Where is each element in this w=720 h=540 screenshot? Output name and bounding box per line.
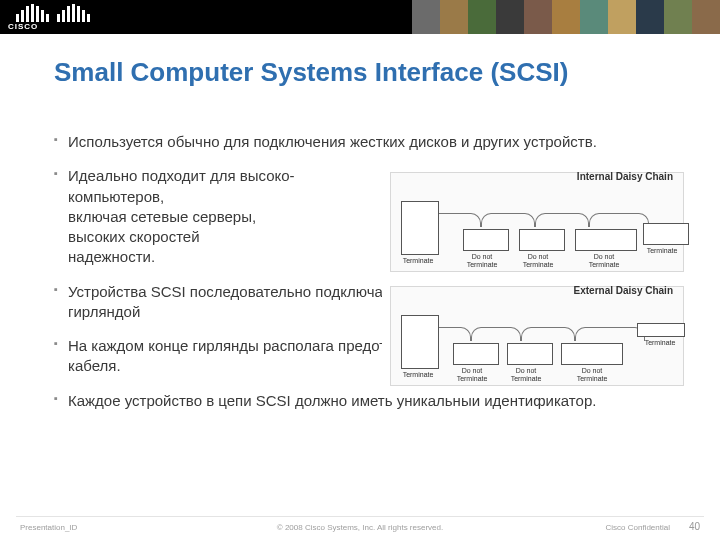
label-do-not-terminate: Do not Terminate	[567, 367, 617, 382]
drive-icon	[507, 343, 553, 365]
drive-icon	[519, 229, 565, 251]
page-number: 40	[689, 521, 700, 532]
slide: CISCO Small Computer Systems Interface (…	[0, 0, 720, 540]
diagram-panel-external: External Daisy Chain Terminate Do not Te…	[390, 286, 684, 386]
top-banner: CISCO	[0, 0, 720, 34]
label-terminate: Terminate	[635, 339, 685, 347]
footer-rule	[16, 516, 704, 517]
cable-icon	[481, 213, 535, 227]
cable-icon	[589, 213, 649, 227]
drive-icon	[453, 343, 499, 365]
label-do-not-terminate: Do not Terminate	[457, 253, 507, 268]
label-terminate: Terminate	[393, 257, 443, 265]
drive-icon	[561, 343, 623, 365]
photo-strip	[412, 0, 720, 34]
footer-presentation-id: Presentation_ID	[20, 523, 77, 532]
diagram-label-internal: Internal Daisy Chain	[577, 171, 673, 182]
footer-copyright: © 2008 Cisco Systems, Inc. All rights re…	[277, 523, 443, 532]
scsi-card-icon	[401, 315, 439, 369]
bullet-text: Используется обычно для подключения жест…	[68, 133, 597, 150]
label-do-not-terminate: Do not Terminate	[513, 253, 563, 268]
scanner-icon	[637, 323, 685, 337]
footer-confidential: Cisco Confidential	[606, 523, 670, 532]
footer: Presentation_ID © 2008 Cisco Systems, In…	[0, 516, 720, 540]
label-do-not-terminate: Do not Terminate	[579, 253, 629, 268]
slide-title: Small Computer Systems Interface (SCSI)	[54, 58, 690, 88]
cable-icon	[471, 327, 521, 341]
drive-icon	[643, 223, 689, 245]
cable-icon	[535, 213, 589, 227]
cable-icon	[521, 327, 575, 341]
brand-text: CISCO	[8, 22, 38, 31]
label-do-not-terminate: Do not Terminate	[501, 367, 551, 382]
drive-icon	[463, 229, 509, 251]
diagram-panel-internal: Internal Daisy Chain Terminate Do not Te…	[390, 172, 684, 272]
bullet-item: Используется обычно для подключения жест…	[54, 132, 690, 152]
label-do-not-terminate: Do not Terminate	[447, 367, 497, 382]
diagram-label-external: External Daisy Chain	[574, 285, 673, 296]
label-terminate: Terminate	[637, 247, 687, 255]
bullet-text: Идеально подходит для высоко- компьютеро…	[68, 167, 295, 265]
label-terminate: Terminate	[393, 371, 443, 379]
cisco-logo-icon	[16, 4, 90, 22]
drive-icon	[575, 229, 637, 251]
scsi-card-icon	[401, 201, 439, 255]
daisy-chain-diagram: Internal Daisy Chain Terminate Do not Te…	[382, 168, 692, 398]
